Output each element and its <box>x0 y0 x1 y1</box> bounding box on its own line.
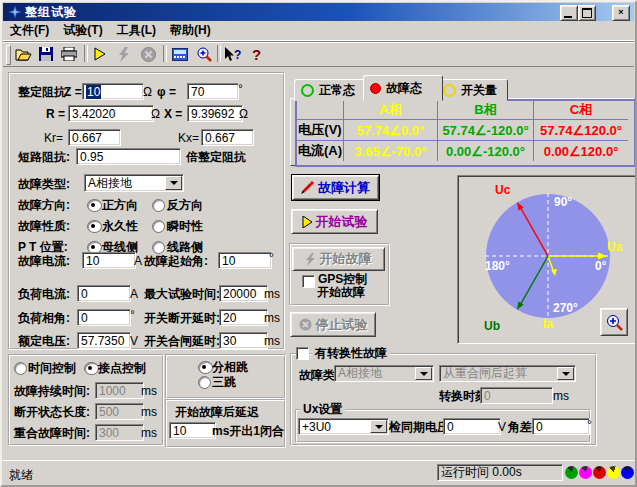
radio-forward[interactable] <box>87 199 102 212</box>
kr-label: Kr= <box>44 132 63 145</box>
menu-file[interactable]: 文件(F) <box>3 20 56 41</box>
radio-phase-trip-label: 分相跳 <box>212 361 248 374</box>
phasor-zoom-button[interactable] <box>600 308 628 336</box>
start-test-label: 开始试验 <box>316 213 368 231</box>
fault-current-input[interactable]: 10 <box>82 252 136 269</box>
load-angle-input[interactable]: 0 <box>77 309 131 326</box>
reclose-time-unit: ms <box>141 427 157 440</box>
r-input[interactable]: 3.42020 <box>68 105 154 122</box>
fault-calc-label: 故障计算 <box>318 179 370 197</box>
transfer-fault-title: 有转换性故障 <box>312 347 390 360</box>
load-current-input[interactable]: 0 <box>77 285 131 302</box>
stop-icon <box>299 318 312 331</box>
z-input[interactable]: 10 <box>82 83 144 100</box>
toolbar: ? ? <box>3 41 634 67</box>
zoom-icon[interactable] <box>193 44 215 64</box>
delay-suffix: ms开出1闭合 <box>212 425 284 438</box>
max-time-label: 最大试验时间: <box>144 288 220 301</box>
open-delay-input[interactable]: 20 <box>219 309 268 326</box>
start-test-button[interactable]: 开始试验 <box>291 209 378 234</box>
ux-select[interactable]: +3U0 <box>298 418 389 435</box>
magnifier-icon <box>606 314 623 331</box>
lightning-icon <box>306 253 316 266</box>
rated-voltage-input[interactable]: 57.7350 <box>77 332 131 349</box>
sync-voltage-input[interactable]: 0 <box>443 418 501 435</box>
row-header-voltage: 电压(V) <box>297 120 344 141</box>
ua-label: Ua <box>607 240 623 254</box>
status-ready-text: 就绪 <box>9 467 33 484</box>
transfer-moment-input: 0 <box>480 387 553 404</box>
start-test-icon[interactable] <box>89 44 111 64</box>
open-icon[interactable] <box>12 44 34 64</box>
radio-reverse[interactable] <box>152 199 165 212</box>
voltage-c-cell: 57.74∠120.0° <box>534 120 628 141</box>
row-header-current: 电流(A) <box>297 141 344 161</box>
print-icon[interactable] <box>58 44 80 64</box>
menu-help[interactable]: 帮助(H) <box>163 20 218 41</box>
radio-contact-control[interactable] <box>84 362 99 375</box>
fault-type-label: 故障类型: <box>18 178 70 191</box>
max-time-input[interactable]: 20000 <box>219 285 268 302</box>
short-impedance-input[interactable]: 0.95 <box>76 148 181 165</box>
z-label: Z = <box>64 86 82 99</box>
tab-normal-state[interactable]: 正常态 <box>294 79 370 101</box>
titlebar: 整组试验 × <box>3 3 634 21</box>
radio-permanent[interactable] <box>87 220 102 233</box>
fault-duration-label: 故障持续时间: <box>14 385 90 398</box>
close-delay-unit: ms <box>264 335 280 348</box>
radio-time-control-label: 时间控制 <box>28 362 76 375</box>
menu-test[interactable]: 试验(T) <box>56 20 109 41</box>
calculator-icon[interactable] <box>169 44 191 64</box>
led-red-icon <box>593 466 606 479</box>
transfer-fault-checkbox[interactable] <box>296 347 309 360</box>
minimize-button[interactable] <box>560 5 578 21</box>
chevron-down-icon[interactable] <box>370 420 387 433</box>
radio-forward-label: 正方向 <box>102 199 138 212</box>
radio-time-control[interactable] <box>14 362 27 375</box>
runtime-panel: 运行时间 0.00s <box>437 464 563 481</box>
close-delay-input[interactable]: 30 <box>219 332 268 349</box>
x-input[interactable]: 9.39692 <box>187 105 243 122</box>
angle-diff-input[interactable]: 0 <box>532 418 590 435</box>
radio-transient[interactable] <box>152 220 165 233</box>
kr-input[interactable]: 0.667 <box>68 129 121 146</box>
tab-switch-label: 开关量 <box>461 82 497 99</box>
max-time-unit: ms <box>264 288 280 301</box>
context-help-icon[interactable]: ? <box>222 44 244 64</box>
radio-phase-trip[interactable] <box>198 361 213 374</box>
table-corner-cell <box>297 101 344 120</box>
transfer-fault-type-select: A相接地 <box>334 365 434 382</box>
open-delay-unit: ms <box>264 312 280 325</box>
maximize-button[interactable] <box>578 5 596 21</box>
open-state-unit: ms <box>141 406 157 419</box>
fault-angle-input[interactable]: 10 <box>218 252 272 269</box>
kx-input[interactable]: 0.667 <box>201 129 254 146</box>
gps-control-checkbox[interactable] <box>302 275 315 288</box>
fault-calc-button[interactable]: 故障计算 <box>292 175 379 200</box>
help-icon[interactable]: ? <box>246 44 268 64</box>
fault-direction-label: 故障方向: <box>18 199 70 212</box>
delay-input[interactable]: 10 <box>169 422 216 439</box>
menu-tools[interactable]: 工具(L) <box>110 20 163 41</box>
phi-input[interactable]: 70 <box>187 83 239 100</box>
radio-line-side[interactable] <box>152 241 165 254</box>
tab-switch-state[interactable]: 开关量 <box>436 79 508 101</box>
reclose-time-input: 300 <box>95 424 144 441</box>
tab-fault-state[interactable]: 故障态 <box>363 75 443 101</box>
toolbar-separator <box>163 45 167 62</box>
close-button[interactable]: × <box>612 5 630 21</box>
sync-voltage-label: 检同期电压 <box>389 421 449 434</box>
uc-label: Uc <box>495 183 511 197</box>
fault-type-select[interactable]: A相接地 <box>84 174 184 192</box>
play-icon <box>302 216 312 228</box>
z-unit: Ω <box>143 86 152 99</box>
chevron-down-icon[interactable] <box>165 176 182 190</box>
tab-normal-label: 正常态 <box>319 82 355 99</box>
angle-270-label: 270° <box>553 301 578 315</box>
x-unit: Ω <box>239 108 248 121</box>
radio-line-side-label: 线路侧 <box>167 241 203 254</box>
save-icon[interactable] <box>35 44 57 64</box>
stop-test-button: 停止试验 <box>290 312 376 337</box>
radio-permanent-label: 永久性 <box>102 220 138 233</box>
radio-three-trip[interactable] <box>198 376 211 389</box>
